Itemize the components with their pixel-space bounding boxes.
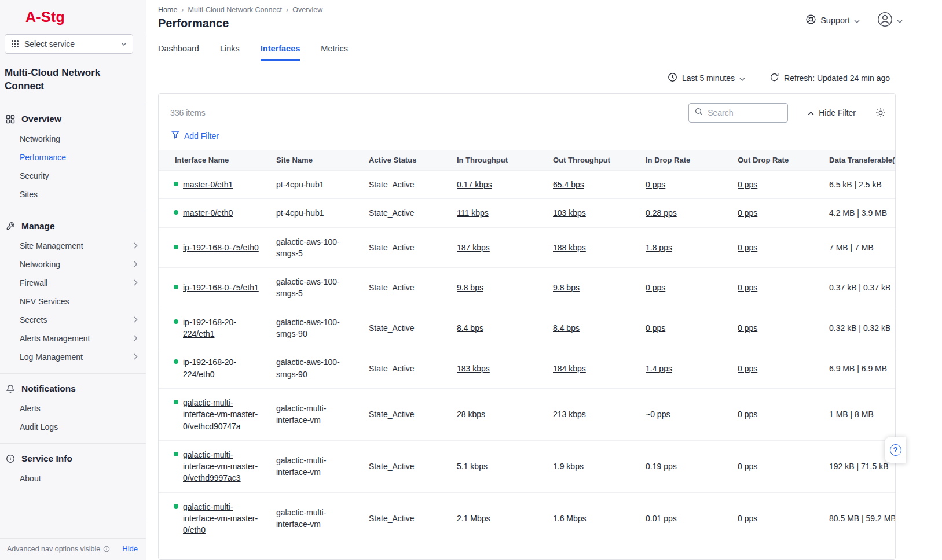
help-button[interactable]: ? — [885, 437, 906, 463]
out-drop-rate-link[interactable]: 0 pps — [738, 410, 757, 419]
in-drop-rate-link[interactable]: ~0 pps — [646, 410, 670, 419]
status-dot-icon — [174, 319, 178, 324]
sidebar-item-alerts-management[interactable]: Alerts Management — [0, 329, 146, 348]
in-throughput-link[interactable]: 2.1 Mbps — [457, 514, 490, 523]
sidebar-item-secrets[interactable]: Secrets — [0, 311, 146, 329]
out-throughput-link[interactable]: 103 kbps — [553, 208, 586, 218]
brand-logo[interactable]: A-Stg — [0, 0, 146, 33]
in-throughput-link[interactable]: 187 kbps — [457, 243, 490, 252]
nav-section-header-service-info[interactable]: Service Info — [0, 451, 146, 469]
gear-icon[interactable] — [875, 108, 886, 118]
interface-name-link[interactable]: ip-192-168-0-75/eth1 — [183, 282, 259, 293]
out-drop-rate-link[interactable]: 0 pps — [738, 462, 757, 471]
hide-advanced-nav-link[interactable]: Hide — [122, 544, 138, 553]
column-header-in-drop-rate[interactable]: In Drop Rate — [639, 150, 731, 171]
interface-name-link[interactable]: ip-192-168-0-75/eth0 — [183, 242, 259, 253]
in-drop-rate-link[interactable]: 0 pps — [646, 283, 665, 292]
in-drop-rate-link[interactable]: 0 pps — [646, 323, 665, 333]
data-transferable: 7 MB | 7 MB — [829, 243, 874, 252]
out-drop-rate-link[interactable]: 0 pps — [738, 323, 757, 333]
tab-metrics[interactable]: Metrics — [321, 44, 348, 61]
sidebar-item-log-management[interactable]: Log Management — [0, 348, 146, 366]
interface-name-link[interactable]: master-0/eth0 — [183, 207, 233, 219]
sidebar-item-networking[interactable]: Networking — [0, 130, 146, 148]
column-header-active-status[interactable]: Active Status — [362, 150, 450, 171]
hide-filter-button[interactable]: Hide Filter — [808, 108, 856, 117]
sidebar-item-firewall[interactable]: Firewall — [0, 274, 146, 292]
column-header-out-throughput[interactable]: Out Throughput — [546, 150, 639, 171]
in-throughput-link[interactable]: 111 kbps — [457, 208, 489, 218]
sidebar-item-networking[interactable]: Networking — [0, 255, 146, 274]
interface-name-link[interactable]: galactic-multi-interface-vm-master-0/vet… — [183, 397, 261, 432]
in-drop-rate-link[interactable]: 0.19 pps — [646, 462, 677, 471]
out-throughput-link[interactable]: 184 kbps — [553, 364, 586, 373]
sidebar-item-audit-logs[interactable]: Audit Logs — [0, 418, 146, 436]
sidebar-item-performance[interactable]: Performance — [0, 148, 146, 167]
in-drop-rate-link[interactable]: 0 pps — [646, 180, 665, 189]
out-drop-rate-link[interactable]: 0 pps — [738, 283, 757, 292]
in-throughput-link[interactable]: 0.17 kbps — [457, 180, 492, 189]
out-drop-rate-link[interactable]: 0 pps — [738, 514, 757, 523]
search-input[interactable] — [708, 108, 782, 117]
sidebar-item-nfv-services[interactable]: NFV Services — [0, 292, 146, 311]
interface-name-link[interactable]: galactic-multi-interface-vm-master-0/vet… — [183, 449, 261, 484]
column-header-data-transferable-in[interactable]: Data Transferable(In — [822, 150, 895, 171]
breadcrumb-item-multi-cloud-network-connect[interactable]: Multi-Cloud Network Connect — [188, 6, 283, 14]
sidebar-item-site-management[interactable]: Site Management — [0, 237, 146, 255]
out-throughput-link[interactable]: 1.6 Mbps — [553, 514, 587, 523]
tab-dashboard[interactable]: Dashboard — [158, 44, 199, 61]
table-row: ip-192-168-0-75/eth0galactic-aws-100-smg… — [159, 227, 895, 268]
table-row: galactic-multi-interface-vm-master-0/eth… — [159, 492, 895, 544]
out-drop-rate-link[interactable]: 0 pps — [738, 208, 757, 218]
nav-section-header-overview[interactable]: Overview — [0, 111, 146, 130]
interface-name-link[interactable]: ip-192-168-20-224/eth1 — [183, 316, 261, 340]
column-header-in-throughput[interactable]: In Throughput — [450, 150, 546, 171]
interface-name-link[interactable]: ip-192-168-20-224/eth0 — [183, 356, 261, 380]
refresh-button[interactable]: Refresh: Updated 24 min ago — [769, 72, 890, 84]
status-dot-icon — [174, 359, 178, 364]
sidebar-item-label: Networking — [20, 134, 60, 143]
support-icon — [805, 14, 816, 27]
nav-section-header-manage[interactable]: Manage — [0, 218, 146, 237]
out-throughput-link[interactable]: 188 kbps — [553, 243, 586, 252]
refresh-icon — [769, 72, 779, 84]
in-throughput-link[interactable]: 28 kbps — [457, 410, 485, 419]
in-throughput-link[interactable]: 9.8 bps — [457, 283, 483, 292]
add-filter-button[interactable]: Add Filter — [159, 127, 895, 150]
user-menu[interactable] — [877, 12, 903, 29]
out-throughput-link[interactable]: 213 kbps — [553, 410, 586, 419]
out-throughput-link[interactable]: 8.4 bps — [553, 323, 580, 333]
in-throughput-link[interactable]: 8.4 bps — [457, 323, 483, 333]
tab-links[interactable]: Links — [220, 44, 240, 61]
in-drop-rate-link[interactable]: 1.8 pps — [646, 243, 672, 252]
in-drop-rate-link[interactable]: 0.01 pps — [646, 514, 677, 523]
column-header-site-name[interactable]: Site Name — [269, 150, 362, 171]
out-drop-rate-link[interactable]: 0 pps — [738, 364, 757, 373]
column-header-interface-name[interactable]: Interface Name — [159, 150, 269, 171]
sidebar-item-security[interactable]: Security — [0, 167, 146, 185]
in-throughput-link[interactable]: 5.1 kbps — [457, 462, 488, 471]
sidebar-item-sites[interactable]: Sites — [0, 185, 146, 204]
sidebar-item-about[interactable]: About — [0, 469, 146, 488]
breadcrumb-item-home[interactable]: Home — [158, 6, 177, 14]
support-menu[interactable]: Support — [805, 14, 860, 27]
sidebar: A-Stg Select service Multi-Cloud Network… — [0, 0, 146, 560]
out-throughput-link[interactable]: 1.9 kbps — [553, 462, 584, 471]
in-throughput-link[interactable]: 183 kbps — [457, 364, 490, 373]
in-drop-rate-link[interactable]: 1.4 pps — [646, 364, 672, 373]
out-throughput-link[interactable]: 65.4 bps — [553, 180, 584, 189]
in-drop-rate-link[interactable]: 0.28 pps — [646, 208, 677, 218]
nav-section-header-notifications[interactable]: Notifications — [0, 381, 146, 399]
service-selector[interactable]: Select service — [5, 34, 133, 54]
time-range-label: Last 5 minutes — [682, 73, 735, 83]
out-throughput-link[interactable]: 9.8 bps — [553, 283, 580, 292]
column-header-out-drop-rate[interactable]: Out Drop Rate — [731, 150, 822, 171]
interface-name-link[interactable]: galactic-multi-interface-vm-master-0/eth… — [183, 501, 261, 536]
out-drop-rate-link[interactable]: 0 pps — [738, 180, 757, 189]
tab-interfaces[interactable]: Interfaces — [261, 44, 300, 61]
time-range-select[interactable]: Last 5 minutes — [668, 72, 745, 84]
sidebar-item-alerts[interactable]: Alerts — [0, 399, 146, 418]
interface-name-link[interactable]: master-0/eth1 — [183, 179, 233, 190]
app-root: A-Stg Select service Multi-Cloud Network… — [0, 0, 942, 560]
out-drop-rate-link[interactable]: 0 pps — [738, 243, 757, 252]
